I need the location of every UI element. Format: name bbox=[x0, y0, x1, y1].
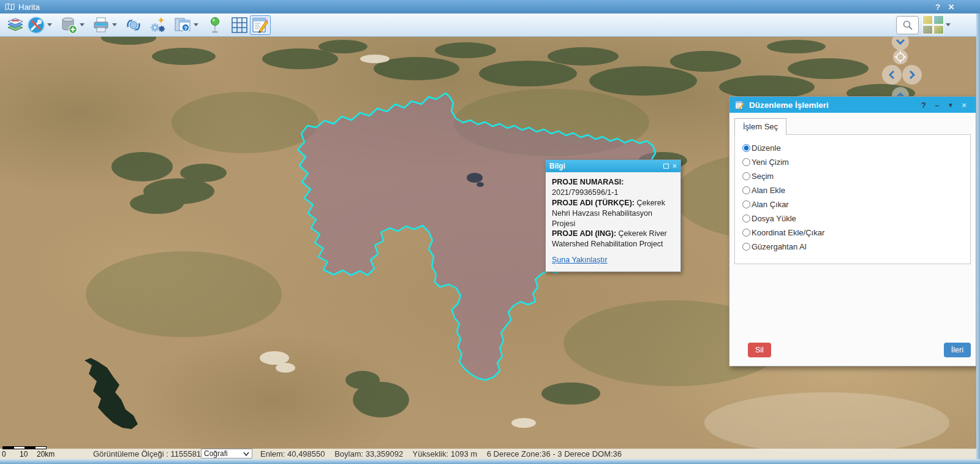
option-alan-cikar[interactable]: Alan Çıkar bbox=[742, 197, 963, 211]
refresh-icon[interactable] bbox=[123, 15, 144, 35]
tools-icon[interactable] bbox=[26, 15, 47, 35]
panel-minimize-button[interactable]: – bbox=[930, 101, 944, 110]
option-yeni-cizim[interactable]: Yeni Çizim bbox=[742, 155, 963, 169]
option-koordinat-ekle-cikar[interactable]: Koordinat Ekle/Çıkar bbox=[742, 226, 963, 239]
tab-strip: İşlem Seç bbox=[729, 113, 976, 134]
panel-help-button[interactable]: ? bbox=[917, 101, 930, 110]
zoom-to-link[interactable]: Şuna Yakınlaştır bbox=[552, 255, 608, 265]
window-frame-bottom bbox=[0, 459, 980, 464]
edit-operations-panel: Düzenleme İşlemleri ? – ▼ × İşlem Seç Dü… bbox=[729, 96, 976, 367]
location-pin-icon[interactable] bbox=[205, 15, 225, 35]
svg-text:?: ? bbox=[184, 25, 187, 31]
operation-options-box: Düzenle Yeni Çizim Seçim Alan Ekle Alan … bbox=[734, 134, 971, 264]
radio-guzergahtan[interactable] bbox=[742, 243, 750, 251]
field-label: PROJE NUMARASI: bbox=[552, 178, 624, 186]
map-application-window: Harita ? ✕ bbox=[0, 0, 980, 464]
tools-dropdown-arrow[interactable] bbox=[47, 23, 52, 26]
elevation-readout: Yükseklik: 1093 m bbox=[413, 449, 478, 458]
panel-collapse-button[interactable]: ▼ bbox=[944, 102, 957, 108]
print-dropdown-arrow[interactable] bbox=[112, 23, 117, 26]
edit-form-icon[interactable] bbox=[250, 15, 271, 35]
scale-label-10: 10 bbox=[20, 450, 28, 458]
edit-form-icon bbox=[734, 100, 745, 110]
radio-alan-ekle[interactable] bbox=[742, 186, 750, 194]
radio-dosya-yukle[interactable] bbox=[742, 215, 750, 222]
scale-bar bbox=[2, 446, 47, 449]
search-icon[interactable] bbox=[896, 16, 919, 34]
window-frame-right bbox=[976, 13, 980, 459]
zone-readout: 6 Derece Zone:36 - 3 Derece DOM:36 bbox=[487, 449, 622, 458]
windows-help-icon[interactable]: ? bbox=[172, 15, 193, 35]
delete-button[interactable]: Sil bbox=[748, 343, 771, 357]
print-icon[interactable] bbox=[91, 15, 111, 35]
chevron-left-icon[interactable] bbox=[882, 65, 902, 85]
field-value: 2021/79936596/1-1 bbox=[552, 188, 618, 197]
crosshair-icon[interactable] bbox=[893, 50, 908, 64]
radio-secim[interactable] bbox=[742, 172, 750, 180]
info-popup-title: Bilgi bbox=[549, 162, 565, 170]
chevron-right-icon[interactable] bbox=[902, 65, 922, 85]
basemap-dropdown-arrow[interactable] bbox=[946, 23, 951, 26]
panel-close-button[interactable]: × bbox=[957, 101, 971, 110]
crs-select[interactable]: Coğrafi bbox=[201, 449, 252, 458]
radio-alan-cikar[interactable] bbox=[742, 200, 750, 208]
grid-icon[interactable] bbox=[229, 15, 250, 35]
map-viewport[interactable]: Bilgi × PROJE NUMARASI: 2021/79936596/1-… bbox=[0, 37, 976, 459]
view-scale-readout: Görüntüleme Ölçeği : 1155581 bbox=[93, 449, 201, 458]
info-popup-header[interactable]: Bilgi × bbox=[546, 160, 680, 172]
option-duzenle[interactable]: Düzenle bbox=[742, 141, 963, 154]
tab-islem-sec[interactable]: İşlem Seç bbox=[734, 118, 786, 135]
toolbar: ? bbox=[0, 13, 980, 37]
panel-buttons: Sil İleri bbox=[729, 343, 976, 357]
maximize-icon[interactable] bbox=[663, 164, 669, 169]
chevron-down-icon bbox=[243, 452, 249, 456]
field-label: PROJE ADI (TÜRKÇE): bbox=[552, 199, 635, 207]
windows-dropdown-arrow[interactable] bbox=[194, 23, 198, 26]
titlebar: Harita ? ✕ bbox=[0, 0, 980, 13]
close-icon[interactable]: × bbox=[673, 162, 677, 170]
scale-label-20km: 20km bbox=[37, 450, 55, 458]
option-secim[interactable]: Seçim bbox=[742, 169, 963, 183]
option-alan-ekle[interactable]: Alan Ekle bbox=[742, 183, 963, 197]
edit-panel-header[interactable]: Düzenleme İşlemleri ? – ▼ × bbox=[729, 97, 976, 113]
coordinate-readout: Enlem: 40,498550 Boylam: 33,359092 Yükse… bbox=[260, 449, 629, 458]
layers-icon[interactable] bbox=[5, 15, 26, 35]
latitude-readout: Enlem: 40,498550 bbox=[260, 449, 325, 458]
scale-label-0: 0 bbox=[2, 450, 6, 458]
edit-panel-title: Düzenleme İşlemleri bbox=[749, 101, 829, 110]
option-dosya-yukle[interactable]: Dosya Yükle bbox=[742, 211, 963, 225]
longitude-readout: Boylam: 33,359092 bbox=[334, 449, 403, 458]
option-guzergahtan-al[interactable]: Güzergahtan Al bbox=[742, 240, 963, 253]
lake bbox=[85, 358, 138, 429]
status-bar: 0 10 20km Görüntüleme Ölçeği : 1155581 C… bbox=[0, 449, 976, 459]
database-dropdown-arrow[interactable] bbox=[80, 23, 85, 26]
database-add-icon[interactable] bbox=[58, 15, 79, 35]
window-close-button[interactable]: ✕ bbox=[946, 2, 957, 12]
radio-yeni-cizim[interactable] bbox=[742, 158, 750, 166]
next-button[interactable]: İleri bbox=[944, 343, 971, 357]
basemap-gallery-icon[interactable] bbox=[922, 15, 945, 35]
field-label: PROJE ADI (ING): bbox=[552, 229, 616, 238]
settings-gears-icon[interactable] bbox=[148, 15, 168, 35]
info-popup-body: PROJE NUMARASI: 2021/79936596/1-1 PROJE … bbox=[546, 172, 680, 272]
window-title: Harita bbox=[18, 2, 40, 12]
radio-duzenle[interactable] bbox=[742, 144, 750, 152]
radio-koordinat[interactable] bbox=[742, 229, 750, 237]
info-popup: Bilgi × PROJE NUMARASI: 2021/79936596/1-… bbox=[545, 159, 681, 272]
map-icon bbox=[5, 3, 15, 10]
window-help-button[interactable]: ? bbox=[932, 2, 943, 12]
